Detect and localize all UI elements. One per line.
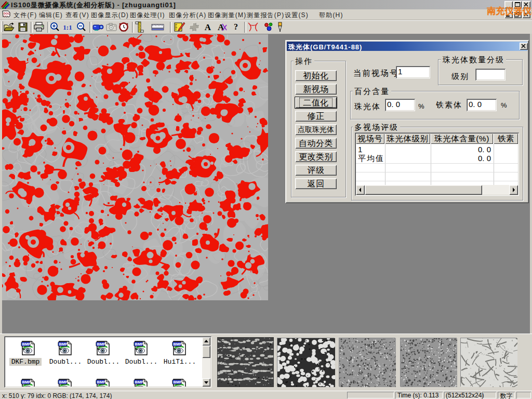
svg-text:DOC: DOC (4, 12, 10, 15)
svg-text:A: A (218, 22, 224, 32)
